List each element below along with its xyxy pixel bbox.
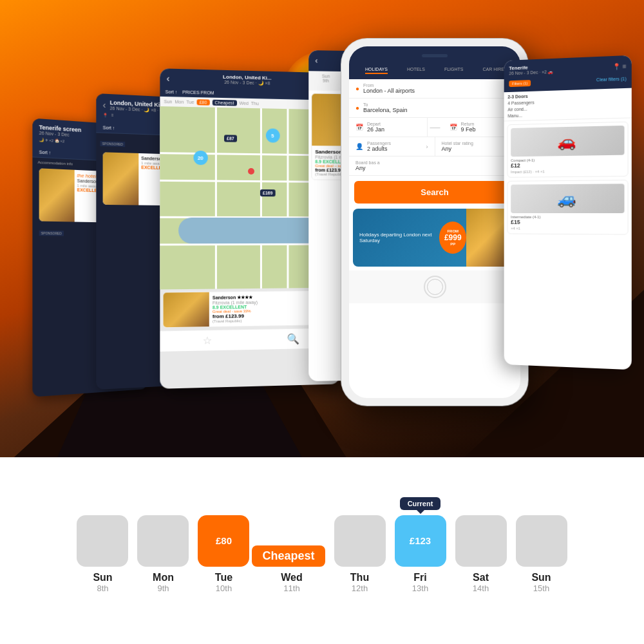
to-field[interactable]: ● To Barcelona, Spain › — [349, 99, 520, 118]
home-button[interactable] — [424, 276, 446, 298]
date-cell-thu-12[interactable]: Thu 12th — [334, 496, 386, 593]
board-basis-field[interactable]: Board bas a Any › — [349, 156, 520, 176]
date-grid: Sun 8th Mon 9th £80 Tue 10th Cheapest We… — [77, 496, 567, 593]
tab-holidays[interactable]: HOLIDAYS — [365, 67, 388, 74]
map-pin-1 — [248, 168, 254, 175]
calendar-depart-icon: 📅 — [355, 124, 363, 131]
current-bubble: Current — [400, 497, 441, 510]
main-nav-tabs: HOLIDAYS HOTELS FLIGHTS CAR HIRE — [349, 59, 520, 79]
favorite-icon[interactable]: ☆ — [202, 334, 211, 346]
date-cell-wed-11-cheapest[interactable]: Cheapest Wed 11th — [258, 526, 325, 593]
location-from-icon: ● — [355, 85, 359, 92]
clear-filters-button[interactable]: Clear filters (1) — [596, 77, 627, 82]
phones-container: Tenerife screen 26 Nov - 3 Dec 🌙 ✈ ×2 🏠 … — [0, 19, 644, 483]
search-icon[interactable]: 🔍 — [287, 333, 299, 345]
filter-button[interactable]: Filters (1) — [509, 80, 531, 87]
tab-flights[interactable]: FLIGHTS — [444, 67, 464, 74]
person-icon: 👤 — [355, 143, 363, 150]
car-nav: Tenerife 26 Nov - 3 Dec · ×2 🚗 📍 ≡ Filte… — [504, 55, 632, 92]
chevron-right-3-icon: › — [426, 144, 428, 150]
phone-main: HOLIDAYS HOTELS FLIGHTS CAR HIRE ● From … — [341, 39, 528, 406]
date-cell-fri-13-current[interactable]: Current £123 Fri 13th — [395, 497, 446, 593]
car-icon-1: 🚗 — [557, 132, 576, 151]
car-card-2: 🚙 Intermediate (4-1) £15 ×4 ×1 — [507, 180, 628, 234]
cheapest-label[interactable]: Cheapest — [252, 545, 325, 567]
passengers-field[interactable]: 👤 Passengers 2 adults › — [349, 137, 435, 156]
tab-car-hire[interactable]: CAR HIRE — [483, 67, 504, 74]
date-cell-sun-8[interactable]: Sun 8th — [77, 496, 128, 593]
car-card-1: 🚗 Compact (4-1) £12 Impact (£12) · ×4 ×1 — [507, 122, 628, 178]
from-field[interactable]: ● From London - All airports › — [349, 79, 520, 99]
depart-date-field[interactable]: 📅 Depart 26 Jan — [349, 118, 428, 137]
search-button[interactable]: Search — [354, 181, 515, 204]
car-icon-2: 🚙 — [557, 189, 576, 207]
tab-hotels[interactable]: HOTELS — [407, 67, 425, 74]
date-cell-tue-10[interactable]: £80 Tue 10th — [198, 496, 249, 593]
location-to-icon: ● — [355, 104, 359, 111]
date-picker-section: Sun 8th Mon 9th £80 Tue 10th Cheapest We… — [0, 457, 644, 644]
price-badge: FROM £999 PP — [439, 222, 466, 254]
phone-car-hire: Tenerife 26 Nov - 3 Dec · ×2 🚗 📍 ≡ Filte… — [504, 55, 632, 370]
holidays-banner: Holidays departing London next Saturday … — [353, 209, 516, 267]
date-cell-mon-9[interactable]: Mon 9th — [137, 496, 189, 593]
date-cell-sun-15[interactable]: Sun 15th — [516, 496, 567, 593]
calendar-return-icon: 📅 — [450, 124, 457, 131]
date-cell-sat-14[interactable]: Sat 14th — [455, 496, 507, 593]
